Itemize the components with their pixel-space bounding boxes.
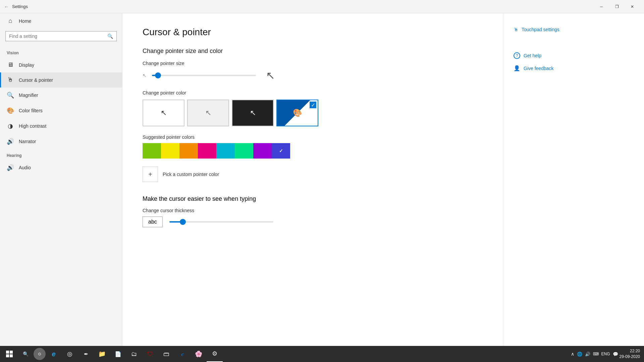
pointer-size-label: Change pointer size (143, 61, 483, 66)
taskbar-time[interactable]: 22:20 29-09-2020 (620, 348, 640, 360)
taskbar-message[interactable]: 💬 (613, 352, 618, 357)
color-option-white[interactable]: ↖ (143, 100, 184, 126)
pick-custom-color[interactable]: + Pick a custom pointer color (143, 167, 483, 182)
vision-section-label: Vision (0, 47, 122, 57)
taskbar-lang[interactable]: ENG (601, 352, 610, 356)
color-option-custom-cursor: ↖ (308, 116, 313, 123)
thickness-thumb[interactable] (180, 219, 186, 225)
sidebar-magnifier-label: Magnifier (19, 93, 38, 98)
thickness-row: abc (143, 217, 483, 227)
cursor-small-icon: ↖ (143, 73, 147, 78)
section2-title: Make the cursor easier to see when typin… (143, 195, 483, 202)
taskbar-foxit[interactable]: 📄 (110, 346, 126, 362)
display-icon: 🖥 (7, 61, 14, 68)
sidebar-narrator-label: Narrator (19, 139, 36, 144)
taskbar-files[interactable]: 📁 (94, 346, 110, 362)
sidebar-cursor-label: Cursor & pointer (19, 77, 53, 83)
date-display: 29-09-2020 (620, 354, 640, 360)
sidebar-high-contrast-label: High contrast (19, 123, 46, 129)
color-wheel-icon: 🎨 (293, 109, 302, 117)
swatch-yellow[interactable] (161, 143, 179, 159)
give-feedback-icon: 👤 (514, 65, 520, 71)
search-box[interactable]: 🔍 (5, 31, 117, 41)
taskbar-settings[interactable]: ⚙ (207, 346, 223, 362)
sidebar-item-cursor-pointer[interactable]: 🖱 Cursor & pointer (0, 72, 122, 87)
swatch-orange[interactable] (179, 143, 198, 159)
swatch-blue[interactable]: ✓ (272, 143, 290, 159)
white-cursor-icon: ↖ (161, 109, 167, 117)
taskbar-chevron[interactable]: ∧ (571, 351, 574, 357)
touchpad-icon: 🖱 (514, 27, 518, 32)
sidebar-item-high-contrast[interactable]: ◑ High contrast (0, 118, 122, 134)
section1-title: Change pointer size and color (143, 48, 483, 55)
slider-thumb[interactable] (155, 72, 161, 78)
minimize-button[interactable]: ─ (594, 0, 609, 13)
sidebar-item-display[interactable]: 🖥 Display (0, 57, 122, 72)
time-display: 22:20 (620, 348, 640, 354)
taskbar-search[interactable]: 🔍 (17, 346, 34, 362)
search-icon: 🔍 (107, 34, 113, 39)
touchpad-link[interactable]: 🖱 Touchpad settings (514, 27, 634, 32)
pointer-size-slider[interactable] (152, 75, 256, 76)
narrator-icon: 🔊 (7, 138, 14, 145)
taskbar-unknown2[interactable]: 🛡 (142, 346, 158, 362)
taskbar-sys-icons: ∧ 🌐 🔊 ⌨ ENG 💬 (571, 351, 618, 357)
audio-icon: 🔊 (7, 164, 14, 171)
cursor-preview-box: abc (143, 217, 163, 227)
swatch-teal[interactable] (235, 143, 253, 159)
sidebar-home-label: Home (19, 18, 31, 24)
give-feedback-label: Give feedback (524, 66, 554, 71)
close-button[interactable]: ✕ (625, 0, 640, 13)
swatch-purple[interactable] (253, 143, 272, 159)
suggested-colors-row: ✓ (143, 143, 483, 159)
color-option-gray[interactable]: ↖ (187, 100, 229, 126)
get-help-link[interactable]: ? Get help (514, 52, 634, 59)
color-option-black[interactable]: ↖ (232, 100, 274, 126)
pointer-color-label: Change pointer color (143, 90, 483, 96)
swatch-green[interactable] (143, 143, 161, 159)
taskbar-unknown3[interactable]: 🗃 (158, 346, 174, 362)
swatch-pink[interactable] (198, 143, 216, 159)
taskbar-edge-legacy[interactable]: e (46, 346, 62, 362)
sidebar: ⌂ Home 🔍 Vision 🖥 Display 🖱 Cursor & poi… (0, 13, 122, 346)
pick-custom-label: Pick a custom pointer color (163, 172, 219, 177)
taskbar-network[interactable]: 🌐 (577, 352, 582, 357)
hearing-section-label: Hearing (0, 149, 122, 160)
maximize-button[interactable]: ❐ (609, 0, 625, 13)
taskbar-keyboard[interactable]: ⌨ (593, 352, 599, 356)
cursor-large-icon: ↖ (266, 70, 275, 81)
sidebar-item-magnifier[interactable]: 🔍 Magnifier (0, 87, 122, 103)
taskbar-unknown4[interactable]: 🌸 (191, 346, 207, 362)
black-cursor-icon: ↖ (250, 109, 256, 117)
title-bar: ← Settings ─ ❐ ✕ (0, 0, 644, 13)
sidebar-item-audio[interactable]: 🔊 Audio (0, 160, 122, 175)
start-button[interactable] (1, 346, 17, 362)
selected-checkmark: ✓ (310, 102, 316, 108)
home-icon: ⌂ (7, 17, 14, 24)
windows-logo (6, 351, 13, 357)
taskbar-chrome[interactable]: ◎ (62, 346, 78, 362)
sidebar-item-color-filters[interactable]: 🎨 Color filters (0, 103, 122, 118)
swatch-selected-check: ✓ (279, 148, 283, 154)
back-icon: ← (4, 4, 9, 9)
color-filters-icon: 🎨 (7, 107, 14, 114)
thickness-label: Change cursor thickness (143, 208, 483, 213)
taskbar-volume[interactable]: 🔊 (585, 352, 590, 357)
taskbar-cortana[interactable]: ⊙ (34, 348, 46, 360)
cursor-thickness-slider[interactable] (169, 221, 273, 223)
sidebar-item-narrator[interactable]: 🔊 Narrator (0, 134, 122, 149)
sidebar-item-home[interactable]: ⌂ Home (0, 13, 122, 28)
taskbar-pen[interactable]: ✒ (78, 346, 94, 362)
give-feedback-link[interactable]: 👤 Give feedback (514, 65, 634, 71)
taskbar-right: ∧ 🌐 🔊 ⌨ ENG 💬 22:20 29-09-2020 (571, 348, 643, 360)
search-input[interactable] (9, 34, 105, 39)
taskbar-unknown1[interactable]: 🗂 (126, 346, 142, 362)
right-panel: 🖱 Touchpad settings ? Get help 👤 Give fe… (503, 13, 644, 346)
swatch-cyan[interactable] (216, 143, 235, 159)
taskbar-edge[interactable]: 𝑒 (174, 346, 191, 362)
high-contrast-icon: ◑ (7, 122, 14, 130)
color-option-custom[interactable]: 🎨 ↖ ✓ (276, 100, 318, 126)
app-body: ⌂ Home 🔍 Vision 🖥 Display 🖱 Cursor & poi… (0, 13, 644, 346)
page-title: Cursor & pointer (143, 27, 483, 38)
get-help-icon: ? (514, 52, 520, 59)
